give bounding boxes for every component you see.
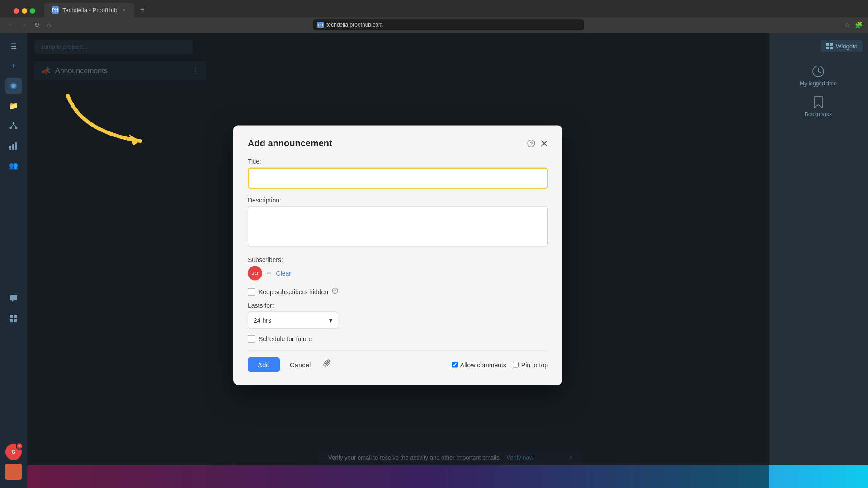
modal-header: Add announcement ? — [248, 138, 548, 149]
title-label: Title: — [248, 158, 548, 165]
allow-comments-group: Allow comments — [452, 361, 506, 368]
lasts-for-select[interactable]: 24 hrs ▾ — [248, 312, 338, 329]
svg-point-3 — [10, 127, 12, 129]
browser-tab[interactable]: PH Techdella - ProofHub × — [44, 3, 134, 17]
modal-header-icons: ? — [527, 139, 548, 147]
svg-rect-13 — [14, 319, 17, 322]
sidebar-item-grid[interactable] — [5, 310, 22, 327]
widgets-button[interactable]: Widgets — [821, 40, 863, 52]
footer-right: Allow comments Pin to top — [452, 361, 548, 368]
title-field-group: Title: — [248, 158, 548, 189]
svg-rect-8 — [12, 144, 14, 150]
minimize-traffic-light[interactable] — [22, 8, 27, 14]
close-traffic-light[interactable] — [14, 8, 19, 14]
home-button[interactable]: ⌂ — [45, 20, 52, 29]
browser-toolbar-icons: ☆ 🧩 — [844, 21, 863, 28]
svg-text:?: ? — [530, 141, 533, 146]
pin-to-top-group: Pin to top — [513, 361, 548, 368]
title-input[interactable] — [248, 168, 548, 189]
svg-line-27 — [818, 71, 821, 73]
add-button[interactable]: Add — [248, 357, 280, 372]
sidebar-item-menu[interactable]: ☰ — [5, 38, 22, 54]
sidebar-item-folders[interactable]: 📁 — [5, 98, 22, 114]
attachment-icon[interactable] — [322, 359, 331, 371]
svg-line-6 — [14, 125, 16, 127]
svg-rect-21 — [826, 43, 829, 46]
right-sidebar: Widgets My logged time Bookmarks — [769, 33, 868, 488]
main-content: Jump to project/... 📣 Announcements ⋮ Ad… — [27, 33, 769, 488]
traffic-lights — [8, 5, 41, 17]
extensions-icon[interactable]: 🧩 — [855, 21, 863, 28]
my-logged-time-label: My logged time — [800, 80, 836, 87]
tab-bar: PH Techdella - ProofHub × + — [0, 0, 868, 17]
subscribers-group: Subscribers: JO + Clear — [248, 256, 548, 281]
lasts-for-label: Lasts for: — [248, 302, 548, 309]
help-icon[interactable]: ? — [527, 139, 535, 147]
browser-chrome: PH Techdella - ProofHub × + ← → ↻ ⌂ PH t… — [0, 0, 868, 33]
user-avatar[interactable]: G 2 — [5, 444, 22, 460]
sidebar-item-chat[interactable] — [5, 291, 22, 307]
description-input[interactable] — [248, 206, 548, 247]
sidebar-item-network[interactable] — [5, 117, 22, 134]
maximize-traffic-light[interactable] — [30, 8, 35, 14]
svg-line-5 — [11, 125, 14, 127]
tab-title: Techdella - ProofHub — [62, 7, 117, 14]
svg-point-2 — [13, 122, 15, 125]
modal-footer: Add Cancel Allow comments Pin to top — [248, 351, 548, 372]
cancel-button[interactable]: Cancel — [284, 357, 316, 372]
keep-hidden-help-icon[interactable]: ? — [332, 288, 338, 296]
svg-rect-12 — [10, 319, 13, 322]
bookmarks-widget[interactable]: Bookmarks — [774, 96, 863, 117]
bottom-icon — [5, 464, 22, 480]
sidebar-item-reports[interactable] — [5, 137, 22, 154]
svg-rect-7 — [9, 146, 11, 150]
modal-title: Add announcement — [248, 138, 332, 149]
bookmark-star-icon[interactable]: ☆ — [844, 21, 850, 28]
schedule-row: Schedule for future — [248, 335, 548, 343]
left-sidebar: ☰ + 📁 👥 — [0, 33, 27, 488]
sidebar-item-home[interactable] — [5, 78, 22, 94]
keep-hidden-checkbox[interactable] — [248, 288, 255, 295]
svg-rect-9 — [15, 142, 17, 150]
tab-favicon: PH — [52, 6, 59, 14]
svg-rect-24 — [830, 47, 833, 49]
add-announcement-modal: Add announcement ? — [233, 126, 562, 385]
address-bar-row: ← → ↻ ⌂ PH techdella.proofhub.com ☆ 🧩 — [0, 17, 868, 33]
svg-point-4 — [15, 127, 18, 129]
app-layout: ☰ + 📁 👥 — [0, 33, 868, 488]
sidebar-item-add[interactable]: + — [5, 58, 22, 74]
close-modal-button[interactable] — [541, 140, 548, 147]
keep-hidden-row: Keep subscribers hidden ? — [248, 288, 548, 296]
schedule-label: Schedule for future — [259, 335, 312, 343]
bookmarks-label: Bookmarks — [805, 111, 832, 117]
new-tab-button[interactable]: + — [134, 3, 150, 17]
my-logged-time-widget[interactable]: My logged time — [774, 65, 863, 87]
reload-button[interactable]: ↻ — [33, 20, 42, 29]
sidebar-item-people[interactable]: 👥 — [5, 157, 22, 174]
allow-comments-label: Allow comments — [460, 361, 506, 368]
svg-rect-11 — [14, 315, 17, 318]
address-bar[interactable]: PH techdella.proofhub.com — [313, 19, 584, 30]
lasts-for-group: Lasts for: 24 hrs ▾ — [248, 302, 548, 335]
pin-to-top-checkbox[interactable] — [513, 362, 519, 368]
description-field-group: Description: — [248, 197, 548, 249]
subscriber-avatar-jo[interactable]: JO — [248, 266, 262, 281]
add-subscriber-button[interactable]: + — [267, 268, 272, 278]
subscribers-row: JO + Clear — [248, 266, 548, 281]
clear-subscribers-button[interactable]: Clear — [276, 270, 291, 277]
keep-hidden-label: Keep subscribers hidden — [259, 288, 328, 295]
address-favicon: PH — [317, 22, 324, 28]
svg-point-1 — [11, 84, 16, 88]
svg-rect-23 — [826, 47, 829, 49]
widgets-label: Widgets — [836, 43, 857, 50]
notification-badge: 2 — [16, 442, 23, 450]
forward-button[interactable]: → — [19, 20, 29, 29]
back-button[interactable]: ← — [5, 20, 15, 29]
lasts-for-select-wrapper: 24 hrs ▾ — [248, 312, 338, 329]
pin-to-top-label: Pin to top — [521, 361, 548, 368]
tab-close-button[interactable]: × — [121, 7, 127, 13]
svg-text:?: ? — [334, 289, 336, 293]
schedule-future-checkbox[interactable] — [248, 335, 255, 343]
allow-comments-checkbox[interactable] — [452, 362, 458, 368]
address-text: techdella.proofhub.com — [326, 22, 383, 28]
